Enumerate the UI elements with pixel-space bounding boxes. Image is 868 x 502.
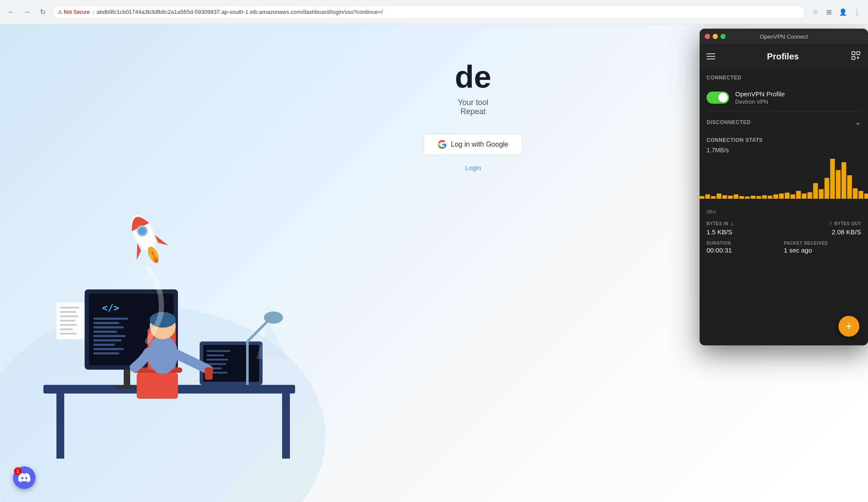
connection-stats-label: CONNECTION STATS xyxy=(707,137,861,143)
svg-rect-22 xyxy=(207,359,228,361)
svg-rect-13 xyxy=(93,335,126,337)
svg-rect-58 xyxy=(711,196,716,199)
svg-rect-3 xyxy=(282,394,290,459)
svg-rect-28 xyxy=(60,307,79,308)
maximize-button[interactable] xyxy=(720,34,726,39)
svg-rect-84 xyxy=(858,191,863,199)
illustration-area: </> xyxy=(0,133,326,502)
google-btn-label: Log in with Google xyxy=(451,141,509,148)
window-titlebar: OpenVPN Connect xyxy=(700,29,868,44)
browser-chrome: ← → ↻ ⚠ Not Secure | abdb9fc1cb01744a3b3… xyxy=(0,0,868,24)
packet-value: 1 sec ago xyxy=(784,246,861,254)
page-content: de Your tool Repeat Log in with Google L… xyxy=(260,59,686,171)
svg-rect-76 xyxy=(813,183,818,199)
vpn-profile-info: OpenVPN Profile Devtron VPN xyxy=(735,90,785,105)
svg-rect-78 xyxy=(825,178,829,199)
svg-rect-32 xyxy=(60,324,77,326)
disconnected-label: DISCONNECTED xyxy=(707,119,751,125)
svg-rect-75 xyxy=(807,192,812,199)
svg-rect-70 xyxy=(779,194,784,199)
svg-rect-11 xyxy=(93,326,124,328)
address-bar[interactable]: ⚠ Not Secure | abdb9fc1cb01744a3b3dfb8c2… xyxy=(52,5,806,19)
bytes-out-value: 2.08 KB/S xyxy=(832,228,861,236)
hamburger-menu-button[interactable] xyxy=(707,53,715,59)
svg-rect-21 xyxy=(207,354,224,356)
svg-rect-85 xyxy=(864,194,868,199)
svg-rect-69 xyxy=(773,194,778,199)
svg-rect-81 xyxy=(842,162,846,199)
svg-rect-23 xyxy=(207,363,226,365)
bytes-in-label: BYTES IN ↓ xyxy=(707,220,784,227)
svg-rect-60 xyxy=(722,195,727,199)
svg-rect-12 xyxy=(93,331,117,333)
vpn-profile-subtitle: Devtron VPN xyxy=(735,98,785,105)
disconnected-section-header[interactable]: DISCONNECTED ⌄ xyxy=(700,112,868,131)
svg-rect-83 xyxy=(853,188,858,199)
svg-rect-4 xyxy=(124,367,130,387)
svg-rect-64 xyxy=(745,197,750,199)
connected-label: CONNECTED xyxy=(707,75,742,81)
minimize-button[interactable] xyxy=(713,34,718,39)
connected-profile-item[interactable]: OpenVPN Profile Devtron VPN xyxy=(700,84,868,111)
svg-rect-74 xyxy=(802,194,806,199)
svg-rect-9 xyxy=(93,318,128,320)
vpn-toggle-on[interactable] xyxy=(707,92,729,104)
svg-rect-52 xyxy=(852,52,855,55)
import-profile-button[interactable] xyxy=(851,50,861,63)
vpn-profile-name: OpenVPN Profile xyxy=(735,90,785,98)
svg-text:</>: </> xyxy=(102,302,119,313)
bytes-out-arrow-icon: ↑ xyxy=(829,220,833,227)
url-text: abdb9fc1cb01744a3b3dfb8c2a1a565d-5930983… xyxy=(96,9,383,15)
svg-rect-56 xyxy=(700,196,704,199)
svg-rect-79 xyxy=(830,159,835,199)
svg-rect-68 xyxy=(768,196,773,199)
bytes-stats: BYTES IN ↓ 1.5 KB/S ↑ BYTES OUT 2.08 KB/… xyxy=(700,220,868,236)
bytes-in-col: BYTES IN ↓ 1.5 KB/S xyxy=(707,220,784,236)
svg-rect-2 xyxy=(56,394,64,459)
svg-rect-54 xyxy=(852,56,855,59)
svg-point-44 xyxy=(264,312,283,324)
packet-col: PACKET RECEIVED 1 sec ago xyxy=(784,241,861,254)
extensions-button[interactable]: ⊞ xyxy=(823,6,835,18)
forward-button[interactable]: → xyxy=(21,6,33,18)
bandwidth-chart xyxy=(700,155,868,207)
packet-label: PACKET RECEIVED xyxy=(784,241,861,246)
bytes-in-value: 1.5 KB/S xyxy=(707,228,784,236)
fab-icon: + xyxy=(845,320,852,332)
profile-button[interactable]: 👤 xyxy=(837,6,849,18)
bytes-in-arrow-icon: ↓ xyxy=(730,220,734,227)
page-subtext-1: Your tool xyxy=(260,98,686,107)
svg-rect-41 xyxy=(205,367,213,380)
close-button[interactable] xyxy=(705,34,710,39)
svg-rect-31 xyxy=(60,320,75,322)
svg-rect-62 xyxy=(733,194,738,199)
svg-rect-82 xyxy=(847,175,852,199)
google-login-button[interactable]: Log in with Google xyxy=(424,134,523,155)
svg-rect-16 xyxy=(93,348,124,350)
connection-stats: CONNECTION STATS 1.7MB/s xyxy=(700,131,868,154)
back-button[interactable]: ← xyxy=(5,6,17,18)
svg-rect-10 xyxy=(93,322,119,324)
menu-button[interactable]: ⋮ xyxy=(851,6,863,18)
bytes-out-label: ↑ BYTES OUT xyxy=(829,220,861,227)
footer-stats: DURATION 00:00:31 PACKET RECEIVED 1 sec … xyxy=(700,236,868,261)
not-secure-indicator: ⚠ Not Secure xyxy=(58,9,90,15)
speed-value: 1.7MB/s xyxy=(707,147,861,154)
svg-rect-34 xyxy=(60,333,76,335)
svg-rect-66 xyxy=(756,196,761,199)
svg-rect-61 xyxy=(728,196,733,199)
toggle-knob xyxy=(718,93,728,102)
svg-rect-63 xyxy=(740,196,744,199)
svg-rect-15 xyxy=(93,344,115,346)
bookmark-button[interactable]: ☆ xyxy=(809,6,821,18)
svg-rect-71 xyxy=(785,193,789,199)
traffic-lights xyxy=(705,34,726,39)
reload-button[interactable]: ↻ xyxy=(36,6,49,18)
login-link[interactable]: Login xyxy=(260,164,686,171)
page-heading: de xyxy=(260,59,686,95)
discord-button[interactable]: 1 xyxy=(13,466,36,489)
browser-actions: ☆ ⊞ 👤 ⋮ xyxy=(809,6,863,18)
vpn-profiles-title: Profiles xyxy=(767,52,799,62)
add-profile-fab[interactable]: + xyxy=(838,316,859,337)
svg-rect-36 xyxy=(137,373,178,399)
